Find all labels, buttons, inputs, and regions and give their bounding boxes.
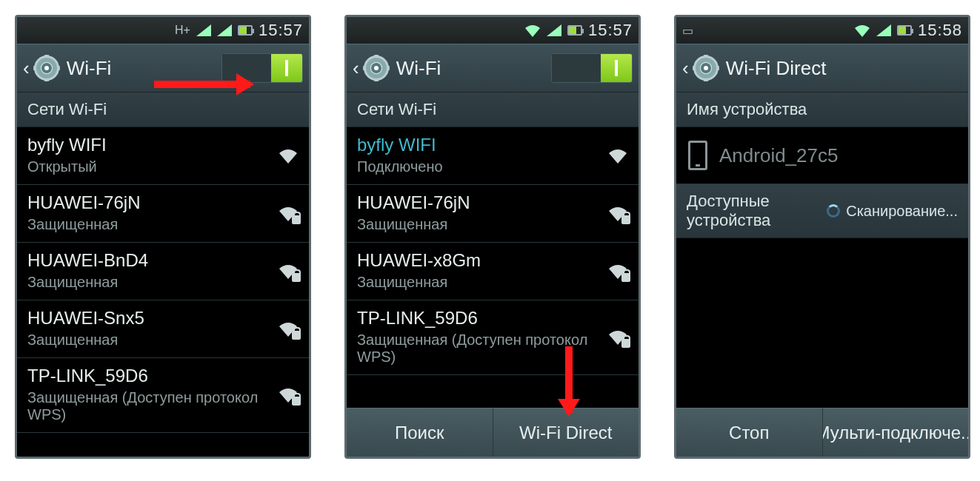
network-name: TP-LINK_59D6 xyxy=(357,308,607,329)
annotation-arrow-right xyxy=(154,81,250,88)
back-button[interactable]: ‹ xyxy=(23,57,33,80)
section-header: Сети Wi-Fi xyxy=(347,92,639,127)
battery-icon xyxy=(238,25,253,36)
wifi-network-row[interactable]: HUAWEI-x8GmЗащищенная xyxy=(347,243,639,300)
network-name: HUAWEI-x8Gm xyxy=(357,250,607,271)
network-status: Подключено xyxy=(357,158,607,175)
phone-screen-2: 15:57 ‹ Wi-Fi Сети Wi-Fi byfly WIFIПодкл… xyxy=(344,15,641,459)
status-bar: H+ 15:57 xyxy=(17,17,309,44)
wifi-network-row[interactable]: byfly WIFIПодключено xyxy=(347,127,639,185)
status-bar: 15:57 xyxy=(347,17,639,44)
wifi-network-row[interactable]: HUAWEI-Snx5Защищенная xyxy=(17,300,309,358)
wifi-signal-lock-icon xyxy=(278,205,299,221)
battery-icon xyxy=(897,25,912,36)
network-status: Защищенная xyxy=(27,332,278,349)
wifi-signal-lock-icon xyxy=(278,386,299,403)
page-title: Wi-Fi xyxy=(396,57,551,80)
network-name: HUAWEI-BnD4 xyxy=(27,250,278,271)
wifi-network-row[interactable]: TP-LINK_59D6Защищенная (Доступен протоко… xyxy=(347,300,639,375)
wifi-network-row[interactable]: HUAWEI-76jNЗащищенная xyxy=(347,185,639,243)
spinner-icon xyxy=(827,204,840,218)
device-name: Android_27c5 xyxy=(719,144,838,167)
section-header-device-name: Имя устройства xyxy=(676,92,968,127)
wifi-status-icon xyxy=(524,24,541,37)
page-title: Wi-Fi xyxy=(67,57,221,80)
clock: 15:57 xyxy=(588,21,633,40)
multi-connect-button[interactable]: Мульти-подключе... xyxy=(823,408,969,457)
wifi-signal-lock-icon xyxy=(278,320,299,337)
network-name: byfly WIFI xyxy=(27,135,278,155)
annotation-arrow-down xyxy=(565,346,573,413)
search-button[interactable]: Поиск xyxy=(347,408,493,457)
network-status: Защищенная xyxy=(357,216,607,233)
signal-icon xyxy=(217,24,232,36)
phone-icon xyxy=(688,141,707,170)
wifi-network-row[interactable]: HUAWEI-76jNЗащищенная xyxy=(17,185,309,243)
wifi-network-row[interactable]: HUAWEI-BnD4Защищенная xyxy=(17,243,309,300)
network-name: TP-LINK_59D6 xyxy=(27,366,278,386)
settings-gear-icon xyxy=(34,56,59,81)
wifi-signal-icon xyxy=(607,147,628,164)
wifi-network-list: byfly WIFIОткрытый HUAWEI-76jNЗащищенная… xyxy=(17,127,309,457)
wifi-network-row[interactable]: byfly WIFIОткрытый xyxy=(17,127,309,185)
clock: 15:58 xyxy=(918,21,962,40)
network-status: Защищенная xyxy=(357,274,607,291)
wifi-signal-lock-icon xyxy=(607,329,628,345)
network-status: Защищенная (Доступен протокол WPS) xyxy=(27,389,278,423)
settings-gear-icon xyxy=(364,56,389,81)
wifi-status-icon xyxy=(854,24,870,37)
settings-gear-icon xyxy=(693,56,719,81)
network-status: Открытый xyxy=(27,158,278,175)
phone-screen-3: ▭ 15:58 ‹ Wi-Fi Direct Имя устройства An… xyxy=(674,15,970,459)
available-devices-list xyxy=(676,238,968,408)
scanning-indicator: Сканирование... xyxy=(827,203,958,220)
header-bar: ‹ Wi-Fi xyxy=(347,44,639,92)
available-devices-label: Доступные устройства xyxy=(687,192,827,230)
section-header: Сети Wi-Fi xyxy=(17,92,309,127)
wifi-toggle[interactable] xyxy=(551,53,633,83)
network-name: HUAWEI-76jN xyxy=(357,192,607,213)
stop-button[interactable]: Стоп xyxy=(676,408,823,457)
signal-icon xyxy=(547,24,561,36)
page-title: Wi-Fi Direct xyxy=(726,57,962,80)
header-bar: ‹ Wi-Fi Direct xyxy=(676,44,968,92)
device-name-row[interactable]: Android_27c5 xyxy=(676,127,968,184)
status-bar: ▭ 15:58 xyxy=(676,17,968,44)
scanning-label: Сканирование... xyxy=(846,203,958,220)
battery-icon xyxy=(567,25,582,36)
signal-icon xyxy=(196,24,211,36)
phone-screen-1: H+ 15:57 ‹ Wi-Fi Сети Wi-Fi byfly WIFIОт… xyxy=(15,15,311,459)
wifi-signal-lock-icon xyxy=(607,205,628,221)
network-status: Защищенная xyxy=(27,216,278,233)
wifi-signal-icon xyxy=(278,147,299,164)
clock: 15:57 xyxy=(259,21,303,40)
wifi-network-row[interactable]: TP-LINK_59D6Защищенная (Доступен протоко… xyxy=(17,358,309,433)
notification-icon: ▭ xyxy=(682,24,693,38)
network-name: HUAWEI-76jN xyxy=(27,192,278,213)
network-type-indicator: H+ xyxy=(175,24,190,37)
network-name: HUAWEI-Snx5 xyxy=(27,308,278,329)
signal-icon xyxy=(876,24,891,36)
back-button[interactable]: ‹ xyxy=(682,57,692,80)
network-name: byfly WIFI xyxy=(357,135,607,155)
bottom-action-bar: Стоп Мульти-подключе... xyxy=(676,408,968,457)
wifi-network-list: byfly WIFIПодключено HUAWEI-76jNЗащищенн… xyxy=(347,127,639,408)
section-header-available: Доступные устройства Сканирование... xyxy=(676,184,968,238)
back-button[interactable]: ‹ xyxy=(353,57,362,80)
wifi-signal-lock-icon xyxy=(607,263,628,279)
bottom-action-bar: Поиск Wi-Fi Direct xyxy=(347,408,639,457)
wifi-signal-lock-icon xyxy=(278,263,299,279)
network-status: Защищенная xyxy=(27,274,278,291)
